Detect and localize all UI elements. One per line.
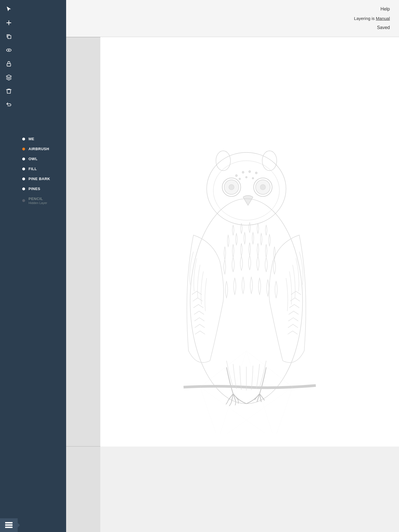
duplicate-tool[interactable] <box>3 30 15 43</box>
layers-panel-toggle[interactable] <box>0 518 18 532</box>
svg-point-21 <box>239 178 241 180</box>
svg-rect-6 <box>5 527 13 528</box>
layer-item-me[interactable]: ME <box>18 134 66 144</box>
layering-mode-link[interactable]: Manual <box>376 16 390 21</box>
layer-dot-pine-bark <box>22 178 25 180</box>
top-bar: Help Layering is Manual Saved <box>66 0 399 37</box>
layer-item-pine-bark[interactable]: PINE BARK <box>18 174 66 184</box>
toolbar <box>0 0 18 532</box>
svg-point-22 <box>246 176 247 178</box>
layer-dot-airbrush <box>22 148 25 150</box>
svg-rect-0 <box>8 35 11 38</box>
main-content: Help Layering is Manual Saved <box>66 0 399 532</box>
svg-point-7 <box>216 151 231 171</box>
layer-sublabel-pencil: Hidden Layer <box>28 201 47 205</box>
lock-tool[interactable] <box>3 58 15 70</box>
layer-item-owl[interactable]: OWL <box>18 154 66 164</box>
owl-illustration <box>100 37 399 532</box>
svg-rect-3 <box>7 64 11 66</box>
svg-point-20 <box>255 172 257 174</box>
layer-dot-pencil <box>22 199 25 202</box>
layer-dot-me <box>22 138 25 140</box>
svg-point-23 <box>252 177 254 179</box>
add-tool[interactable] <box>3 17 15 29</box>
layer-dot-owl <box>22 158 25 160</box>
svg-point-9 <box>207 152 286 225</box>
layer-dot-fill <box>22 168 25 170</box>
svg-point-2 <box>8 50 10 51</box>
eye-tool[interactable] <box>3 44 15 56</box>
svg-rect-5 <box>5 524 13 526</box>
svg-point-16 <box>260 184 266 190</box>
svg-point-17 <box>235 174 237 176</box>
layer-item-pencil[interactable]: PENCIL Hidden Layer <box>18 194 66 207</box>
layer-name-me: ME <box>28 137 34 141</box>
layer-name-pencil: PENCIL <box>28 197 47 201</box>
undo-tool[interactable] <box>3 99 15 111</box>
layering-info: Layering is Manual <box>354 16 390 21</box>
layer-item-pines[interactable]: PINES <box>18 184 66 194</box>
layer-name-pines: PINES <box>28 187 40 191</box>
owl-svg <box>167 136 332 433</box>
layers-panel: ME AIRBRUSH OWL FILL PINE BARK PINES P <box>18 0 66 532</box>
svg-point-19 <box>249 170 251 172</box>
layer-item-airbrush[interactable]: AIRBRUSH <box>18 144 66 154</box>
svg-rect-4 <box>5 522 13 523</box>
layer-item-fill[interactable]: FILL <box>18 164 66 174</box>
layer-name-pine-bark: PINE BARK <box>28 177 50 181</box>
layer-name-fill: FILL <box>28 167 37 171</box>
canvas-area[interactable] <box>66 37 399 532</box>
layering-prefix: Layering is <box>354 16 376 21</box>
svg-point-18 <box>242 171 244 173</box>
layers-stack-tool[interactable] <box>3 71 15 84</box>
cursor-tool[interactable] <box>3 3 15 15</box>
help-button[interactable]: Help <box>380 7 390 12</box>
layer-name-owl: OWL <box>28 157 38 161</box>
layer-name-airbrush: AIRBRUSH <box>28 147 49 151</box>
layer-dot-pines <box>22 187 25 190</box>
svg-point-13 <box>229 184 234 190</box>
saved-status: Saved <box>377 25 390 30</box>
svg-point-8 <box>262 151 277 171</box>
delete-tool[interactable] <box>3 85 15 97</box>
